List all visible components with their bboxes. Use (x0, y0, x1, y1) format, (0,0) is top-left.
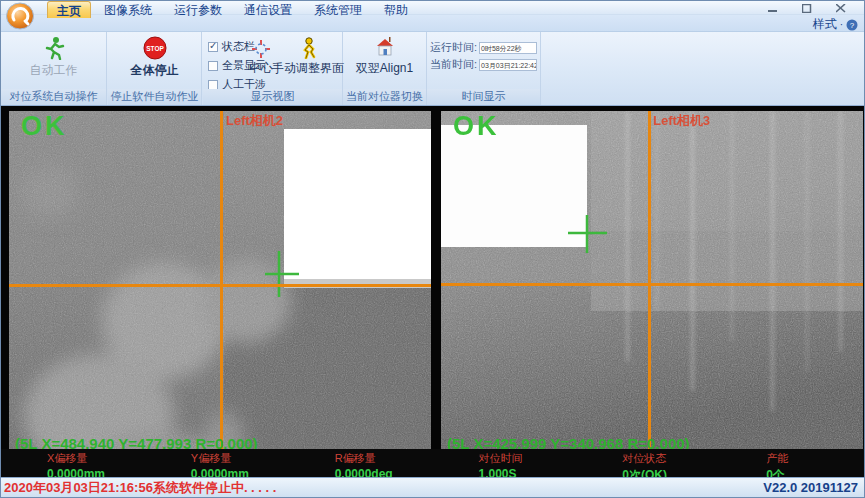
help-icon[interactable]: ? (846, 19, 858, 31)
crosshair-horizontal-left (9, 284, 431, 287)
crosshair-icon (251, 39, 271, 59)
ribbon: 自动工作 对位系统自动操作 STOP 全体停止 停止软件自动作业 状态栏 (1, 32, 864, 106)
stop-all-label: 全体停止 (131, 62, 179, 79)
checkbox-panorama-box[interactable] (208, 61, 218, 71)
window-controls (760, 2, 854, 14)
menu-tabs: 主页 图像系统 运行参数 通信设置 系统管理 帮助 (47, 1, 417, 18)
running-man-icon (43, 36, 65, 60)
group-footer-stop: 停止软件自动作业 (108, 89, 201, 105)
run-time-row: 运行时间: 0时58分22秒 (430, 40, 537, 55)
manual-adjust-label: 手动调整界面 (272, 60, 344, 77)
white-region-right (441, 125, 587, 247)
run-time-field: 0时58分22秒 (479, 42, 537, 54)
minimize-button[interactable] (760, 2, 786, 14)
camera-stage: OK Left相机2 (5L X=484.940 Y=477.993 R=0.0… (1, 106, 864, 497)
svg-text:STOP: STOP (146, 45, 164, 52)
camera-label-left: Left相机2 (226, 112, 283, 130)
app-window: 主页 图像系统 运行参数 通信设置 系统管理 帮助 样式 · ? 自动工作 对位… (0, 0, 865, 498)
current-time-field: 03月03日21:22:42 (479, 59, 537, 71)
camera-view-right[interactable]: OK Left相机3 (5L X=425.999 Y=340.968 R=0.0… (441, 111, 863, 449)
metric-align-status: 对位状态 0次(OK) (576, 449, 720, 479)
metric-align-time: 对位时间 1.000S (432, 449, 576, 479)
metric-label: X偏移量 (47, 451, 145, 466)
close-button[interactable] (828, 2, 854, 14)
white-region-left (284, 129, 431, 279)
camera-image-right (441, 111, 863, 449)
status-ok-right: OK (453, 111, 500, 142)
metric-y-offset: Y偏移量 0.0000mm (145, 449, 289, 479)
house-icon (373, 36, 397, 58)
status-ok-left: OK (21, 111, 68, 142)
checkbox-manual-intervention-box[interactable] (208, 80, 218, 90)
crosshair-vertical-right (648, 111, 651, 449)
metric-label: R偏移量 (335, 451, 433, 466)
camera-label-right: Left相机3 (653, 112, 710, 130)
camera-view-left[interactable]: OK Left相机2 (5L X=484.940 Y=477.993 R=0.0… (9, 111, 431, 449)
tab-help[interactable]: 帮助 (375, 1, 417, 18)
metric-capacity: 产能 0个 (720, 449, 864, 479)
style-menu-dot: · (840, 19, 843, 30)
metric-r-offset: R偏移量 0.0000deg (289, 449, 433, 479)
metric-label: Y偏移量 (191, 451, 289, 466)
group-footer-view: 显示视图 (203, 89, 342, 105)
tab-system-mgmt[interactable]: 系统管理 (305, 1, 371, 18)
current-time-label: 当前时间: (430, 57, 477, 72)
version-label: V22.0 20191127 (763, 480, 864, 495)
camera-image-left (9, 111, 431, 449)
tab-home[interactable]: 主页 (47, 1, 91, 18)
metric-label: 产能 (766, 451, 864, 466)
tab-comm-settings[interactable]: 通信设置 (235, 1, 301, 18)
center-button[interactable]: 中心 (249, 39, 273, 77)
current-time-row: 当前时间: 03月03日21:22:42 (430, 57, 537, 72)
stop-icon: STOP (143, 36, 167, 60)
metric-x-offset: X偏移量 0.0000mm (1, 449, 145, 479)
status-bar: 2020年03月03日21:16:56系统软件停止中. . . . . V22.… (1, 477, 864, 497)
aligner-label: 双翌Align1 (356, 60, 413, 77)
ribbon-group-stop: STOP 全体停止 停止软件自动作业 (108, 32, 202, 105)
svg-text:?: ? (850, 21, 855, 30)
group-footer-auto: 对位系统自动操作 (1, 89, 106, 105)
metric-label: 对位状态 (622, 451, 720, 466)
ribbon-group-aligner: 双翌Align1 当前对位器切换 (343, 32, 427, 105)
ribbon-group-auto: 自动工作 对位系统自动操作 (1, 32, 107, 105)
style-menu-button[interactable]: 样式 · ? (813, 16, 858, 33)
stop-all-button[interactable]: STOP 全体停止 (108, 36, 201, 79)
style-menu-label: 样式 (813, 16, 837, 33)
metric-label: 对位时间 (478, 451, 576, 466)
group-footer-time: 时间显示 (427, 89, 540, 105)
group-footer-aligner: 当前对位器切换 (343, 89, 426, 105)
status-message: 2020年03月03日21:16:56系统软件停止中. . . . . (1, 479, 276, 497)
auto-work-button[interactable]: 自动工作 (1, 36, 106, 79)
run-time-label: 运行时间: (430, 40, 477, 55)
person-icon (300, 37, 316, 59)
ribbon-group-time: 运行时间: 0时58分22秒 当前时间: 03月03日21:22:42 时间显示 (427, 32, 541, 105)
app-logo-icon (5, 2, 35, 30)
ribbon-group-view: 状态栏 全景显示 人工干涉 中心 (203, 32, 343, 105)
auto-work-label: 自动工作 (30, 62, 78, 79)
manual-adjust-button[interactable]: 手动调整界面 (275, 37, 341, 77)
crosshair-vertical-left (220, 111, 223, 449)
tab-run-params[interactable]: 运行参数 (165, 1, 231, 18)
app-logo-orb[interactable] (5, 2, 35, 30)
coords-readout-right: (5L X=425.999 Y=340.968 R=0.000) (447, 435, 690, 449)
maximize-button[interactable] (794, 2, 820, 14)
aligner-button[interactable]: 双翌Align1 (343, 36, 426, 77)
crosshair-horizontal-right (441, 283, 863, 286)
tab-image-system[interactable]: 图像系统 (95, 1, 161, 18)
center-button-label: 中心 (249, 60, 273, 77)
coords-readout-left: (5L X=484.940 Y=477.993 R=0.000) (15, 435, 258, 449)
metrics-bar: X偏移量 0.0000mm Y偏移量 0.0000mm R偏移量 0.0000d… (1, 449, 864, 479)
checkbox-statusbar-box[interactable] (208, 42, 218, 52)
